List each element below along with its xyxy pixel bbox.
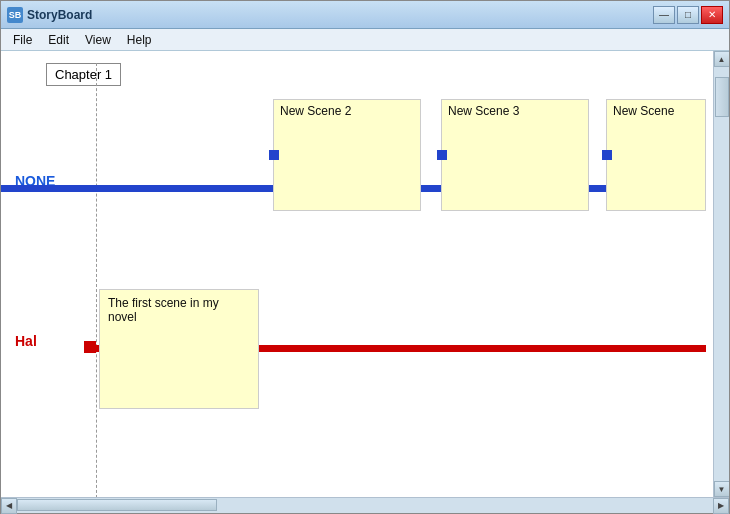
scene-card-4-title: New Scene [607,100,705,122]
scroll-down-button[interactable]: ▼ [714,481,730,497]
bottom-scrollbar: ◀ ▶ [1,497,729,513]
scene-card-2-title: New Scene 2 [274,100,420,122]
dashed-timeline-line [96,63,97,497]
hal-track-label: Hal [15,333,37,349]
scrollbar-thumb-horizontal[interactable] [17,499,217,511]
maximize-button[interactable]: □ [677,6,699,24]
scene-card-4-connector [602,150,612,160]
scene-card-3-connector [437,150,447,160]
app-icon: SB [7,7,23,23]
menu-bar: File Edit View Help [1,29,729,51]
window-controls: — □ ✕ [653,6,723,24]
scene-card-2-connector [269,150,279,160]
minimize-button[interactable]: — [653,6,675,24]
menu-file[interactable]: File [5,31,40,49]
hal-scene-card[interactable]: The first scene in my novel [99,289,259,409]
scene-card-4[interactable]: New Scene [606,99,706,211]
window-title: StoryBoard [27,8,653,22]
menu-view[interactable]: View [77,31,119,49]
menu-edit[interactable]: Edit [40,31,77,49]
close-button[interactable]: ✕ [701,6,723,24]
chapter-label: Chapter 1 [46,63,121,86]
right-scrollbar: ▲ ▼ [713,51,729,497]
scroll-up-button[interactable]: ▲ [714,51,730,67]
canvas-area: Chapter 1 NONE New Scene 2 New Scene 3 N… [1,51,713,497]
title-bar: SB StoryBoard — □ ✕ [1,1,729,29]
scrollbar-track-vertical[interactable] [714,67,729,481]
hal-track-dot [84,341,96,353]
app-window: SB StoryBoard — □ ✕ File Edit View Help … [0,0,730,514]
menu-help[interactable]: Help [119,31,160,49]
scroll-right-button[interactable]: ▶ [713,498,729,514]
scene-card-2[interactable]: New Scene 2 [273,99,421,211]
scrollbar-track-horizontal[interactable] [17,498,713,513]
scroll-left-button[interactable]: ◀ [1,498,17,514]
scrollbar-thumb-vertical[interactable] [715,77,729,117]
scene-card-3[interactable]: New Scene 3 [441,99,589,211]
main-area: Chapter 1 NONE New Scene 2 New Scene 3 N… [1,51,729,497]
hal-scene-text: The first scene in my novel [108,296,250,324]
scene-card-3-title: New Scene 3 [442,100,588,122]
